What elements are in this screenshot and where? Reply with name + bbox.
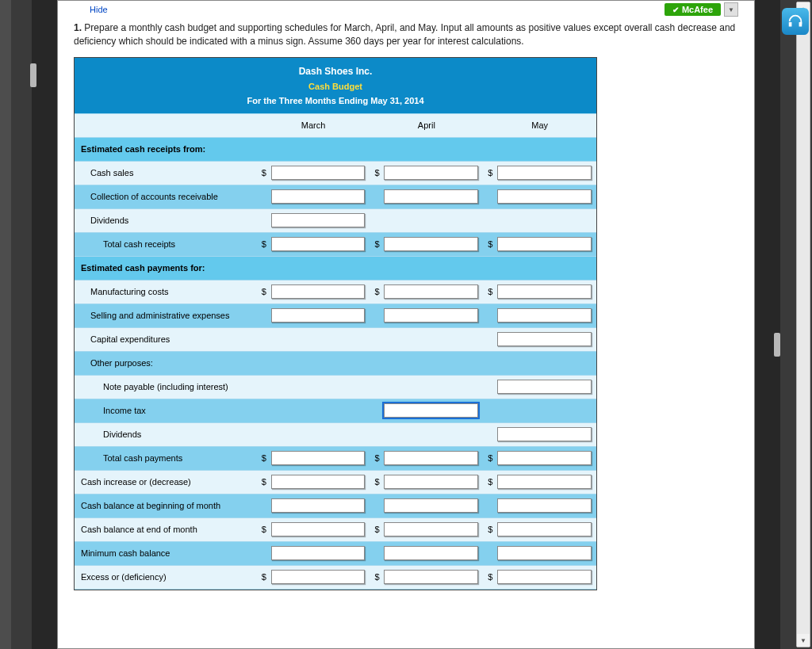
reader-right-gutter: ▲ ▼ [780, 0, 812, 649]
sa-may-input[interactable] [497, 308, 592, 323]
row-min-bal: Minimum cash balance [75, 541, 257, 565]
row-mfg-costs: Manufacturing costs [75, 280, 257, 304]
mcafee-label: McAfee [682, 5, 713, 14]
shield-icon: ✔ [672, 6, 679, 14]
problem-statement: 1. Prepare a monthly cash budget and sup… [74, 17, 738, 57]
end-may-input[interactable] [497, 522, 592, 536]
mfg-may-input[interactable] [497, 284, 592, 299]
row-bal-end: Cash balance at end of month [75, 517, 257, 541]
problem-text: Prepare a monthly cash budget and suppor… [74, 22, 735, 47]
section-payments: Estimated cash payments for: [75, 256, 596, 280]
mfg-april-input[interactable] [384, 284, 478, 299]
row-note-payable: Note payable (including interest) [75, 375, 483, 399]
document-page: Hide ✔ McAfee ▼ 1. Prepare a monthly cas… [57, 0, 755, 649]
page-scroll-tab-right[interactable] [774, 333, 780, 357]
begin-april-input[interactable] [384, 498, 478, 513]
excess-april-input[interactable] [384, 570, 478, 584]
total-pay-may-input[interactable] [497, 451, 592, 465]
row-total-payments: Total cash payments [75, 446, 257, 470]
sa-april-input[interactable] [384, 308, 478, 323]
vertical-scrollbar[interactable]: ▲ ▼ [796, 2, 810, 647]
div-in-march-input[interactable] [271, 213, 366, 227]
incr-april-input[interactable] [384, 475, 478, 489]
company-name: Dash Shoes Inc. [75, 58, 596, 82]
reader-left-gutter [0, 0, 32, 649]
row-bal-begin: Cash balance at beginning of month [75, 494, 257, 517]
ar-march-input[interactable] [271, 189, 366, 204]
note-may-input[interactable] [497, 380, 592, 394]
incr-march-input[interactable] [271, 475, 366, 489]
ar-may-input[interactable] [497, 189, 592, 204]
mfg-march-input[interactable] [271, 284, 366, 299]
month-header-march: March [257, 113, 370, 137]
row-total-receipts: Total cash receipts [75, 232, 257, 256]
div-out-may-input[interactable] [497, 427, 592, 441]
row-dividends-out: Dividends [75, 422, 483, 446]
ar-april-input[interactable] [384, 189, 478, 204]
row-excess: Excess or (deficiency) [75, 565, 257, 589]
page-scroll-tab-left[interactable] [30, 63, 36, 87]
row-income-tax: Income tax [75, 399, 370, 422]
support-button[interactable] [782, 8, 809, 35]
headset-icon [787, 13, 804, 30]
min-may-input[interactable] [497, 546, 592, 560]
capex-may-input[interactable] [497, 332, 592, 346]
total-receipts-may-input[interactable] [497, 237, 592, 251]
excess-march-input[interactable] [271, 570, 366, 584]
total-receipts-april-input[interactable] [384, 237, 478, 251]
month-header-blank [75, 113, 257, 137]
min-april-input[interactable] [384, 546, 478, 560]
row-other-purposes: Other purposes: [75, 351, 596, 375]
cash-budget-table: Dash Shoes Inc. Cash Budget For the Thre… [74, 57, 597, 590]
mcafee-badge[interactable]: ✔ McAfee [665, 3, 721, 16]
currency-symbol: $ [262, 168, 270, 178]
cash-sales-march-input[interactable] [271, 166, 366, 180]
row-capex: Capital expenditures [75, 327, 483, 351]
total-receipts-march-input[interactable] [271, 237, 366, 251]
cash-sales-april-input[interactable] [384, 166, 478, 180]
sa-march-input[interactable] [271, 308, 366, 323]
report-title: Cash Budget [75, 82, 596, 96]
scroll-down-arrow-icon[interactable]: ▼ [797, 634, 810, 647]
section-receipts: Estimated cash receipts from: [75, 137, 596, 161]
hide-link[interactable]: Hide [74, 5, 108, 14]
mcafee-dropdown[interactable]: ▼ [724, 2, 738, 17]
total-pay-april-input[interactable] [384, 451, 478, 465]
tax-april-input[interactable] [384, 403, 478, 418]
reader-left-handle[interactable] [0, 0, 11, 649]
problem-number: 1. [74, 22, 82, 33]
row-cash-incr: Cash increase or (decrease) [75, 470, 257, 494]
row-dividends-in: Dividends [75, 208, 257, 232]
begin-march-input[interactable] [271, 498, 366, 513]
row-sell-admin: Selling and administrative expenses [75, 304, 257, 327]
min-march-input[interactable] [271, 546, 366, 560]
row-collection-ar: Collection of accounts receivable [75, 185, 257, 208]
incr-may-input[interactable] [497, 475, 592, 489]
month-header-april: April [370, 113, 483, 137]
report-period: For the Three Months Ending May 31, 2014 [75, 96, 596, 113]
cash-sales-may-input[interactable] [497, 166, 592, 180]
end-march-input[interactable] [271, 522, 366, 536]
month-header-may: May [483, 113, 596, 137]
end-april-input[interactable] [384, 522, 478, 536]
excess-may-input[interactable] [497, 570, 592, 584]
begin-may-input[interactable] [497, 498, 592, 513]
row-cash-sales: Cash sales [75, 161, 257, 185]
total-pay-march-input[interactable] [271, 451, 366, 465]
